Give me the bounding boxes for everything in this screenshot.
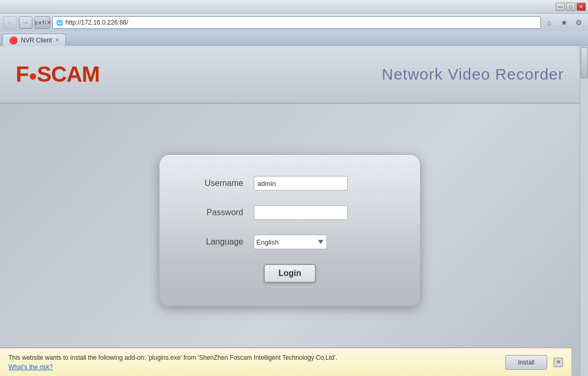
username-label: Username <box>186 179 243 188</box>
star-icon[interactable]: ★ <box>558 16 570 29</box>
url-text: http://172.16.0.226:88/ <box>65 19 128 26</box>
scroll-thumb[interactable] <box>581 47 588 79</box>
title-bar: — □ ✕ <box>0 0 588 14</box>
install-button[interactable]: Install <box>505 355 547 370</box>
login-button[interactable]: Login <box>264 264 316 283</box>
addon-bar: This website wants to install the follow… <box>0 347 571 376</box>
addon-close-button[interactable]: ✕ <box>553 358 563 367</box>
login-container: Username Password Language English Chine… <box>0 104 580 347</box>
address-bar[interactable]: 🌐 http://172.16.0.226:88/ <box>52 16 541 29</box>
logo-text: F●SCAM <box>16 62 99 87</box>
site-header: F●SCAM Network Video Recorder <box>0 46 580 104</box>
addon-message-text: This website wants to install the follow… <box>8 354 337 361</box>
password-label: Password <box>186 208 243 217</box>
tab-favicon: 🔴 <box>9 36 18 45</box>
login-button-row: Login <box>186 264 394 283</box>
tab-label: NVR Client <box>21 37 52 44</box>
addon-message: This website wants to install the follow… <box>8 353 499 372</box>
password-input[interactable] <box>254 205 348 220</box>
nav-bar: ← → ⊕ ▾ ↻ ✕ 🌐 http://172.16.0.226:88/ ⌂ … <box>0 14 588 31</box>
back-button[interactable]: ← <box>3 16 17 29</box>
scrollbar[interactable] <box>580 46 588 376</box>
gear-icon[interactable]: ⚙ <box>572 16 585 29</box>
username-input[interactable] <box>254 176 348 191</box>
address-icon: 🌐 <box>56 19 63 26</box>
tab-close-icon[interactable]: ✕ <box>55 37 59 43</box>
home-icon[interactable]: ⌂ <box>543 16 556 29</box>
login-card: Username Password Language English Chine… <box>159 154 421 307</box>
nvr-client-tab[interactable]: 🔴 NVR Client ✕ <box>2 34 66 46</box>
main-content: F●SCAM Network Video Recorder Username P… <box>0 46 580 376</box>
refresh-button[interactable]: ⊕ ▾ ↻ ✕ <box>35 16 50 29</box>
language-row: Language English Chinese French German S… <box>186 235 394 249</box>
addon-risk-link[interactable]: What's the risk? <box>8 363 53 371</box>
close-button[interactable]: ✕ <box>576 3 586 11</box>
language-select[interactable]: English Chinese French German Spanish <box>254 235 327 249</box>
tab-bar: 🔴 NVR Client ✕ <box>0 31 588 46</box>
forward-button[interactable]: → <box>19 16 32 29</box>
password-row: Password <box>186 205 394 220</box>
logo: F●SCAM <box>16 62 99 87</box>
maximize-button[interactable]: □ <box>566 3 575 11</box>
username-row: Username <box>186 176 394 191</box>
language-label: Language <box>186 237 243 247</box>
minimize-button[interactable]: — <box>556 3 565 11</box>
site-title: Network Video Recorder <box>382 65 564 83</box>
